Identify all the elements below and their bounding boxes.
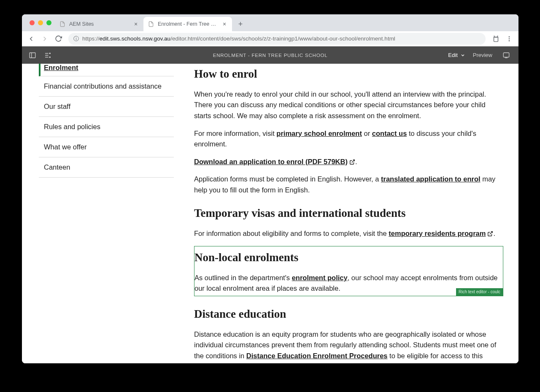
forward-button[interactable] xyxy=(39,33,51,45)
close-tab-button[interactable]: × xyxy=(221,21,228,27)
sidebar-item-financial[interactable]: Financial contributions and assistance xyxy=(39,76,174,97)
link-temporary-residents[interactable]: temporary residents program xyxy=(389,230,493,237)
file-icon xyxy=(59,21,66,27)
site-info-icon[interactable]: ⓘ xyxy=(73,35,79,43)
tab-title: AEM Sites xyxy=(69,21,129,27)
heading-temporary-visas: Temporary visas and international studen… xyxy=(194,205,503,222)
link-download-application[interactable]: Download an application to enrol (PDF 57… xyxy=(194,158,355,165)
editor-content: Enrolment Financial contributions and as… xyxy=(22,64,518,363)
new-tab-button[interactable]: + xyxy=(235,18,246,30)
url-text: https://edit.sws.schools.nsw.gov.au/edit… xyxy=(82,35,395,42)
tab-enrolment[interactable]: Enrolment - Fern Tree Public S × xyxy=(143,17,232,31)
annotate-button[interactable] xyxy=(500,49,513,62)
svg-point-0 xyxy=(509,36,510,38)
side-panel-toggle[interactable] xyxy=(26,49,39,62)
sidebar-item-offer[interactable]: What we offer xyxy=(39,137,174,157)
external-link-icon xyxy=(349,157,355,168)
svg-rect-3 xyxy=(30,53,35,58)
selected-component[interactable]: Non-local enrolments As outlined in the … xyxy=(194,246,503,296)
file-icon xyxy=(148,21,154,27)
svg-point-1 xyxy=(509,38,510,39)
svg-rect-10 xyxy=(503,53,509,57)
page-info-button[interactable] xyxy=(41,49,54,62)
menu-button[interactable] xyxy=(503,33,515,45)
svg-point-9 xyxy=(49,57,50,57)
heading-how-to-enrol: How to enrol xyxy=(194,65,503,83)
editor-toolbar: ENROLMENT - FERN TREE PUBLIC SCHOOL Edit… xyxy=(22,46,518,64)
link-contact-us[interactable]: contact us xyxy=(372,130,407,137)
paragraph: Download an application to enrol (PDF 57… xyxy=(194,157,503,168)
sidebar-item-staff[interactable]: Our staff xyxy=(39,97,174,117)
tab-bar: AEM Sites × Enrolment - Fern Tree Public… xyxy=(22,14,518,31)
reload-button[interactable] xyxy=(52,33,64,45)
paragraph: For more information, visit primary scho… xyxy=(194,128,503,150)
edit-label: Edit xyxy=(448,52,457,58)
svg-line-12 xyxy=(490,232,492,234)
tab-aem-sites[interactable]: AEM Sites × xyxy=(55,17,143,31)
svg-line-11 xyxy=(352,160,354,162)
extensions-button[interactable] xyxy=(490,33,502,45)
sidebar-item-canteen[interactable]: Canteen xyxy=(39,157,174,178)
tab-title: Enrolment - Fern Tree Public S xyxy=(158,21,218,27)
link-distance-procedures[interactable]: Distance Education Enrolment Procedures xyxy=(246,352,388,360)
svg-point-8 xyxy=(49,53,50,54)
preview-button[interactable]: Preview xyxy=(473,52,492,58)
address-bar: ⓘ https://edit.sws.schools.nsw.gov.au/ed… xyxy=(22,31,518,46)
browser-window: AEM Sites × Enrolment - Fern Tree Public… xyxy=(22,14,518,363)
close-tab-button[interactable]: × xyxy=(132,21,139,27)
sidebar-item-enrolment[interactable]: Enrolment xyxy=(39,64,174,76)
edit-mode-dropdown[interactable]: Edit xyxy=(448,52,465,58)
back-button[interactable] xyxy=(25,33,37,45)
link-translated-application[interactable]: translated application to enrol xyxy=(381,175,481,183)
url-input[interactable]: ⓘ https://edit.sws.schools.nsw.gov.au/ed… xyxy=(68,33,486,45)
link-enrolment-policy[interactable]: enrolment policy xyxy=(292,274,348,281)
minimize-window-button[interactable] xyxy=(38,20,43,25)
heading-non-local: Non-local enrolments xyxy=(194,249,503,267)
paragraph: Distance education is an equity program … xyxy=(194,329,503,363)
paragraph: When you're ready to enrol your child in… xyxy=(194,89,503,122)
main-content[interactable]: How to enrol When you're ready to enrol … xyxy=(174,64,518,363)
side-nav: Enrolment Financial contributions and as… xyxy=(22,64,174,363)
component-type-label: Rich text editor - coulc xyxy=(456,288,503,296)
svg-point-2 xyxy=(509,40,510,41)
close-window-button[interactable] xyxy=(30,20,35,25)
paragraph: Application forms must be completed in E… xyxy=(194,174,503,195)
window-controls xyxy=(26,14,55,31)
heading-distance-education: Distance education xyxy=(194,305,503,323)
chevron-down-icon xyxy=(460,53,465,58)
editor-page-title: ENROLMENT - FERN TREE PUBLIC SCHOOL xyxy=(22,53,518,58)
external-link-icon xyxy=(487,228,493,239)
paragraph: For information about eligibility and fo… xyxy=(194,228,503,239)
sidebar-item-rules[interactable]: Rules and policies xyxy=(39,117,174,137)
link-primary-enrolment[interactable]: primary school enrolment xyxy=(276,130,362,137)
maximize-window-button[interactable] xyxy=(46,20,51,25)
